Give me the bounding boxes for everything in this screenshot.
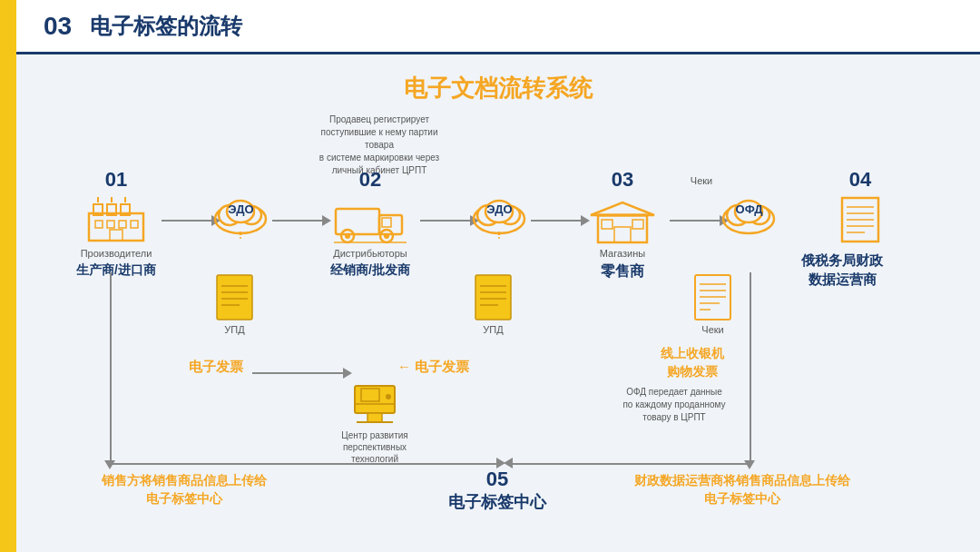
truck-icon <box>338 195 402 245</box>
center-tech: Центр развития перспективныхтехнологий <box>320 381 429 465</box>
einvoice-arrow1 <box>252 368 352 379</box>
ofd-label: ОФД <box>736 202 763 216</box>
step2-number: 02 <box>359 168 381 192</box>
bottom-line-right <box>506 463 751 465</box>
arrow-down1-head <box>104 460 115 469</box>
upd-doc1: УПД <box>214 272 255 335</box>
step3-number: 03 <box>612 168 633 192</box>
step05-label: 电子标签中心 <box>407 491 588 513</box>
cheki-label2: Чеки <box>701 324 723 335</box>
header-number: 03 <box>44 12 72 41</box>
node4: 04 俄税务局财政数据运营商 <box>801 168 919 246</box>
upd-label1: УПД <box>224 324 244 335</box>
cheki-receipt: Чеки <box>692 272 733 335</box>
edo-cloud2: ЭДО <box>470 193 529 239</box>
node4-label-cn: 俄税务局财政数据运营商 <box>801 251 883 289</box>
ofd-cloud: ОФД <box>720 193 779 239</box>
einvoice-label1: 电子发票 <box>189 359 243 376</box>
upd-doc2: УПД <box>473 272 514 335</box>
node1-label-ru: Производители <box>81 248 152 259</box>
arrow-down1 <box>110 272 112 463</box>
svg-rect-7 <box>95 221 103 228</box>
node-distributor: 02 Дистрибьюторы 经销商/批发商 <box>320 168 420 279</box>
node2-label-ru: Дистрибьюторы <box>333 248 407 259</box>
note2: ОФД передает данныепо каждому проданному… <box>606 386 742 424</box>
svg-rect-35 <box>602 220 612 229</box>
flow-area: Продавец регистрируетпоступившие к нему … <box>44 113 953 531</box>
edo-label1: ЭДО <box>228 202 253 216</box>
svg-rect-0 <box>89 213 143 241</box>
left-accent-bar <box>0 0 16 552</box>
arrow-into-step05-right <box>504 458 513 468</box>
svg-point-24 <box>384 233 389 239</box>
factory-icon <box>84 195 148 245</box>
receipt-label-cn: 线上收银机购物发票 <box>647 345 738 380</box>
step05: 05 电子标签中心 <box>407 468 588 513</box>
svg-rect-10 <box>131 221 138 228</box>
node3-label-cn: 零售商 <box>601 262 644 281</box>
svg-rect-11 <box>110 230 122 241</box>
svg-rect-18 <box>336 209 379 234</box>
arrow-down2 <box>750 272 751 463</box>
svg-rect-20 <box>382 218 391 227</box>
store-icon <box>591 195 654 245</box>
svg-rect-36 <box>632 220 643 229</box>
receipt-icon <box>801 196 919 246</box>
main-content: 电子文档流转系统 Продавец регистрируетпоступивши… <box>16 54 980 552</box>
step05-number: 05 <box>407 468 588 491</box>
edo-label2: ЭДО <box>486 202 512 216</box>
node-store: 03 Магазины 零售商 <box>577 168 668 281</box>
bottom-label-left: 销售方将销售商品信息上传给电子标签中心 <box>62 472 307 508</box>
center-tech-label: Центр развития перспективныхтехнологий <box>320 429 429 465</box>
node2-label-cn: 经销商/批发商 <box>330 262 410 279</box>
bottom-label-right: 财政数据运营商将销售商品信息上传给电子标签中心 <box>570 472 915 508</box>
center-title: 电子文档流转系统 <box>44 73 953 104</box>
einvoice-label2: ← 电子发票 <box>397 359 469 376</box>
svg-rect-34 <box>614 227 631 242</box>
bottom-line-left <box>110 463 500 465</box>
step4-number: 04 <box>801 168 919 192</box>
node-producer: 01 <box>71 168 162 279</box>
svg-rect-68 <box>368 413 382 422</box>
svg-point-66 <box>386 394 391 399</box>
step1-number: 01 <box>105 168 127 192</box>
svg-marker-33 <box>591 202 654 215</box>
svg-point-22 <box>345 233 350 239</box>
svg-rect-8 <box>107 221 114 228</box>
svg-rect-48 <box>217 275 252 320</box>
cheki-label1: Чеки <box>674 175 729 186</box>
svg-rect-9 <box>119 221 126 228</box>
edo-cloud1: ЭДО <box>211 193 270 239</box>
arrow-down2-head <box>744 460 755 469</box>
node3-label-ru: Магазины <box>600 248 645 259</box>
node1-label-cn: 生产商/进口商 <box>76 262 156 279</box>
header-title: 电子标签的流转 <box>90 12 242 41</box>
header: 03 电子标签的流转 <box>16 0 980 54</box>
svg-rect-53 <box>475 275 511 320</box>
upd-label2: УПД <box>483 324 503 335</box>
